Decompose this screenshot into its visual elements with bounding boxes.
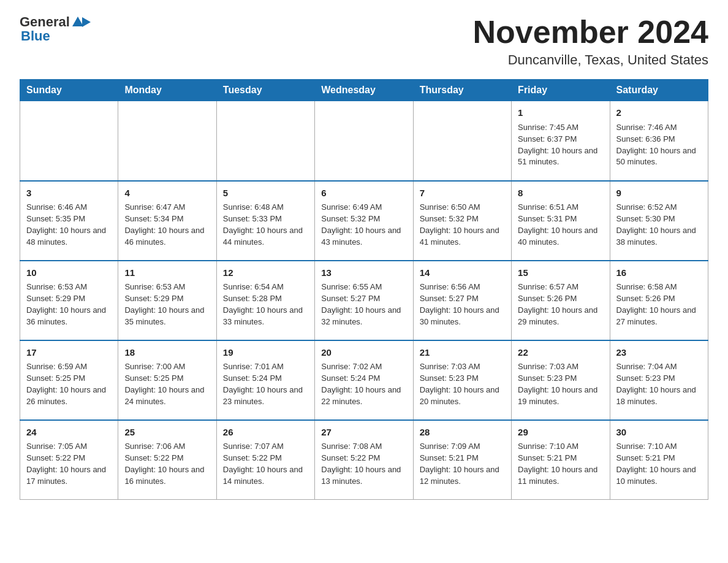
calendar-title: November 2024 (473, 15, 708, 50)
day-info: Sunrise: 6:52 AMSunset: 5:30 PMDaylight:… (616, 202, 702, 248)
day-number: 28 (420, 426, 505, 439)
day-info: Sunrise: 6:57 AMSunset: 5:26 PMDaylight:… (518, 282, 603, 327)
day-info: Sunrise: 7:04 AMSunset: 5:23 PMDaylight:… (616, 361, 702, 407)
table-row: 19Sunrise: 7:01 AMSunset: 5:24 PMDayligh… (216, 340, 314, 420)
day-number: 14 (420, 266, 505, 280)
col-thursday: Thursday (413, 80, 511, 101)
col-wednesday: Wednesday (315, 80, 413, 101)
logo-area: General Blue (20, 15, 91, 44)
day-number: 26 (223, 426, 308, 439)
day-info: Sunrise: 6:48 AMSunset: 5:33 PMDaylight:… (223, 202, 308, 248)
page-header: General Blue November 2024 Duncanville, … (20, 15, 708, 68)
day-info: Sunrise: 6:53 AMSunset: 5:29 PMDaylight:… (26, 282, 112, 327)
day-info: Sunrise: 7:10 AMSunset: 5:21 PMDaylight:… (518, 441, 603, 487)
calendar-table: Sunday Monday Tuesday Wednesday Thursday… (20, 79, 708, 500)
day-info: Sunrise: 6:55 AMSunset: 5:27 PMDaylight:… (321, 282, 406, 327)
day-info: Sunrise: 7:03 AMSunset: 5:23 PMDaylight:… (420, 361, 505, 407)
day-number: 24 (26, 426, 112, 439)
day-info: Sunrise: 6:49 AMSunset: 5:32 PMDaylight:… (321, 202, 406, 248)
day-number: 17 (26, 346, 112, 359)
col-friday: Friday (512, 80, 610, 101)
calendar-subtitle: Duncanville, Texas, United States (473, 52, 708, 68)
day-number: 13 (321, 266, 406, 280)
day-info: Sunrise: 6:50 AMSunset: 5:32 PMDaylight:… (420, 202, 505, 248)
day-number: 21 (420, 346, 505, 359)
table-row: 22Sunrise: 7:03 AMSunset: 5:23 PMDayligh… (512, 340, 610, 420)
table-row: 20Sunrise: 7:02 AMSunset: 5:24 PMDayligh… (315, 340, 413, 420)
day-number: 11 (124, 266, 210, 280)
day-number: 23 (616, 346, 702, 359)
table-row (118, 101, 216, 181)
day-number: 9 (616, 186, 702, 200)
table-row: 16Sunrise: 6:58 AMSunset: 5:26 PMDayligh… (610, 261, 708, 340)
day-info: Sunrise: 6:56 AMSunset: 5:27 PMDaylight:… (420, 282, 505, 327)
logo-blue-text: Blue (21, 28, 50, 44)
day-info: Sunrise: 6:47 AMSunset: 5:34 PMDaylight:… (124, 202, 210, 248)
table-row: 13Sunrise: 6:55 AMSunset: 5:27 PMDayligh… (315, 261, 413, 340)
table-row: 18Sunrise: 7:00 AMSunset: 5:25 PMDayligh… (118, 340, 216, 420)
col-tuesday: Tuesday (216, 80, 314, 101)
table-row: 17Sunrise: 6:59 AMSunset: 5:25 PMDayligh… (20, 340, 118, 420)
table-row: 27Sunrise: 7:08 AMSunset: 5:22 PMDayligh… (315, 420, 413, 500)
table-row: 12Sunrise: 6:54 AMSunset: 5:28 PMDayligh… (216, 261, 314, 340)
table-row: 24Sunrise: 7:05 AMSunset: 5:22 PMDayligh… (20, 420, 118, 500)
day-number: 7 (420, 186, 505, 200)
col-saturday: Saturday (610, 80, 708, 101)
calendar-week-row: 3Sunrise: 6:46 AMSunset: 5:35 PMDaylight… (20, 181, 708, 261)
day-number: 19 (223, 346, 308, 359)
day-number: 20 (321, 346, 406, 359)
table-row: 1Sunrise: 7:45 AMSunset: 6:37 PMDaylight… (512, 101, 610, 181)
day-info: Sunrise: 7:00 AMSunset: 5:25 PMDaylight:… (124, 361, 210, 407)
day-number: 29 (518, 426, 603, 439)
table-row (216, 101, 314, 181)
day-number: 10 (26, 266, 112, 280)
table-row: 11Sunrise: 6:53 AMSunset: 5:29 PMDayligh… (118, 261, 216, 340)
table-row: 8Sunrise: 6:51 AMSunset: 5:31 PMDaylight… (512, 181, 610, 261)
day-number: 8 (518, 186, 603, 200)
day-number: 25 (124, 426, 210, 439)
day-number: 4 (124, 186, 210, 200)
day-info: Sunrise: 7:10 AMSunset: 5:21 PMDaylight:… (616, 441, 702, 487)
table-row: 26Sunrise: 7:07 AMSunset: 5:22 PMDayligh… (216, 420, 314, 500)
day-number: 1 (518, 106, 603, 120)
day-number: 12 (223, 266, 308, 280)
day-info: Sunrise: 7:06 AMSunset: 5:22 PMDaylight:… (124, 441, 210, 487)
svg-marker-2 (82, 17, 91, 27)
day-number: 15 (518, 266, 603, 280)
day-info: Sunrise: 7:03 AMSunset: 5:23 PMDaylight:… (518, 361, 603, 407)
day-info: Sunrise: 7:46 AMSunset: 6:36 PMDaylight:… (616, 122, 702, 168)
calendar-week-row: 24Sunrise: 7:05 AMSunset: 5:22 PMDayligh… (20, 420, 708, 500)
day-number: 2 (616, 106, 702, 120)
table-row: 29Sunrise: 7:10 AMSunset: 5:21 PMDayligh… (512, 420, 610, 500)
calendar-week-row: 1Sunrise: 7:45 AMSunset: 6:37 PMDaylight… (20, 101, 708, 181)
table-row: 25Sunrise: 7:06 AMSunset: 5:22 PMDayligh… (118, 420, 216, 500)
day-number: 27 (321, 426, 406, 439)
table-row: 9Sunrise: 6:52 AMSunset: 5:30 PMDaylight… (610, 181, 708, 261)
day-info: Sunrise: 6:46 AMSunset: 5:35 PMDaylight:… (26, 202, 112, 248)
col-monday: Monday (118, 80, 216, 101)
day-info: Sunrise: 6:58 AMSunset: 5:26 PMDaylight:… (616, 282, 702, 327)
day-info: Sunrise: 6:53 AMSunset: 5:29 PMDaylight:… (124, 282, 210, 327)
table-row (20, 101, 118, 181)
day-number: 5 (223, 186, 308, 200)
table-row: 15Sunrise: 6:57 AMSunset: 5:26 PMDayligh… (512, 261, 610, 340)
table-row (315, 101, 413, 181)
day-info: Sunrise: 6:51 AMSunset: 5:31 PMDaylight:… (518, 202, 603, 248)
table-row: 14Sunrise: 6:56 AMSunset: 5:27 PMDayligh… (413, 261, 511, 340)
logo-icon (71, 15, 91, 29)
calendar-week-row: 10Sunrise: 6:53 AMSunset: 5:29 PMDayligh… (20, 261, 708, 340)
day-number: 16 (616, 266, 702, 280)
day-info: Sunrise: 7:07 AMSunset: 5:22 PMDaylight:… (223, 441, 308, 487)
col-sunday: Sunday (20, 80, 118, 101)
day-number: 18 (124, 346, 210, 359)
day-number: 22 (518, 346, 603, 359)
calendar-week-row: 17Sunrise: 6:59 AMSunset: 5:25 PMDayligh… (20, 340, 708, 420)
day-info: Sunrise: 7:08 AMSunset: 5:22 PMDaylight:… (321, 441, 406, 487)
table-row: 7Sunrise: 6:50 AMSunset: 5:32 PMDaylight… (413, 181, 511, 261)
calendar-header-row: Sunday Monday Tuesday Wednesday Thursday… (20, 80, 708, 101)
logo-general-text: General (20, 15, 70, 29)
table-row: 5Sunrise: 6:48 AMSunset: 5:33 PMDaylight… (216, 181, 314, 261)
day-info: Sunrise: 7:02 AMSunset: 5:24 PMDaylight:… (321, 361, 406, 407)
table-row: 10Sunrise: 6:53 AMSunset: 5:29 PMDayligh… (20, 261, 118, 340)
day-info: Sunrise: 7:09 AMSunset: 5:21 PMDaylight:… (420, 441, 505, 487)
